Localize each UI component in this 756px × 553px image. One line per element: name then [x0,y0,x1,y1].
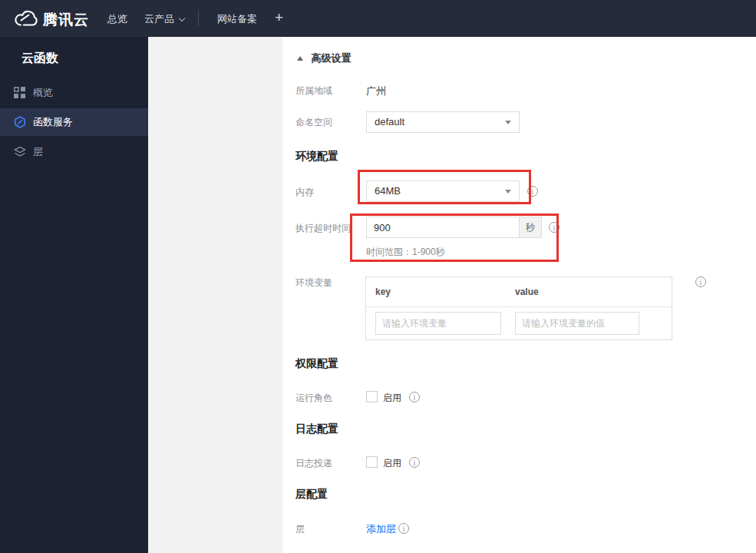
log-delivery-info-icon[interactable] [409,457,420,468]
nav-products[interactable]: 云产品 [144,12,184,26]
section-layer-config: 层配置 [295,488,328,502]
run-role-checkbox[interactable] [366,391,378,402]
run-role-enable-label: 启用 [383,392,401,405]
timeout-info-icon[interactable] [549,222,560,233]
env-vars-info-icon[interactable] [695,276,706,287]
log-delivery-checkbox[interactable] [366,456,378,468]
env-key-input[interactable] [375,312,501,335]
timeout-hint: 时间范围：1-900秒 [366,246,445,259]
triangle-up-icon [297,56,303,61]
memory-select[interactable]: 64MB [366,180,520,202]
sidebar-item-label: 层 [33,138,43,166]
table-divider [366,306,672,307]
memory-label: 内存 [295,186,314,199]
advanced-settings-toggle[interactable]: 高级设置 [297,51,351,65]
top-navbar: 腾讯云 总览 云产品 网站备案 + [0,0,756,37]
timeout-unit-addon[interactable]: 秒 [519,217,542,238]
section-perm-config: 权限配置 [295,357,338,371]
timeout-input[interactable] [366,217,520,238]
layers-icon [14,146,26,161]
timeout-label: 执行超时时间 [295,222,351,235]
env-value-input[interactable] [515,312,639,335]
log-delivery-enable-label: 启用 [383,457,401,470]
log-delivery-label: 日志投递 [295,457,332,470]
run-role-label: 运行角色 [295,392,332,405]
section-env-config: 环境配置 [295,150,338,164]
sidebar-item-overview[interactable]: 概览 [0,79,148,107]
caret-down-icon [505,121,511,124]
add-layer-link[interactable]: 添加层 [366,522,396,536]
sidebar-title: 云函数 [21,51,58,67]
nav-add-tab-button[interactable]: + [275,9,283,26]
nav-overview[interactable]: 总览 [107,12,127,26]
caret-down-icon [505,190,511,194]
tencent-cloud-logo-icon[interactable] [12,8,38,31]
env-key-header: key [375,277,391,306]
section-log-config: 日志配置 [295,422,338,436]
secondary-panel [148,37,282,553]
sidebar-item-function-service[interactable]: 函数服务 [0,108,148,136]
sidebar-item-label: 概览 [33,79,53,107]
env-value-header: value [515,277,539,306]
layer-info-icon[interactable] [398,523,409,534]
memory-info-icon[interactable] [527,186,538,197]
namespace-select[interactable]: default [366,111,520,133]
env-vars-table: key value [365,276,672,340]
env-vars-label: 环境变量 [295,276,332,290]
chevron-down-icon [179,15,185,22]
grid-icon [14,87,25,101]
sidebar: 云函数 概览 函数服务 层 [0,37,148,553]
hexagon-icon [14,116,26,131]
namespace-label: 命名空间 [295,116,332,129]
sidebar-item-label: 函数服务 [33,108,73,136]
nav-divider [198,11,199,26]
layer-label: 层 [295,523,305,536]
nav-icp[interactable]: 网站备案 [217,12,257,26]
brand-title[interactable]: 腾讯云 [43,10,89,30]
run-role-info-icon[interactable] [409,392,420,402]
main-content: 高级设置 所属地域 广州 命名空间 default 环境配置 内存 64MB 执… [282,37,756,553]
sidebar-item-layers[interactable]: 层 [0,138,148,166]
region-label: 所属地域 [295,84,332,98]
region-value: 广州 [366,84,386,98]
